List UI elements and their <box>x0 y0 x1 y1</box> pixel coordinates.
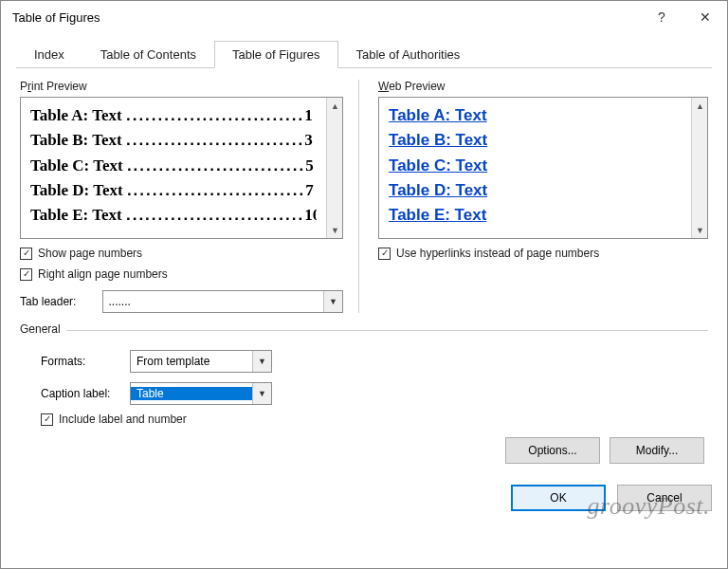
formats-label: Formats: <box>41 355 124 368</box>
print-preview-line: Table C: Text ..........................… <box>30 154 317 178</box>
print-preview-scrollbar[interactable]: ▲ ▼ <box>326 98 342 238</box>
chevron-down-icon: ▼ <box>252 383 271 404</box>
web-preview-line: Table E: Text <box>389 203 682 228</box>
scroll-up-icon[interactable]: ▲ <box>692 98 708 114</box>
print-preview-box: Table A: Text ..........................… <box>20 97 343 239</box>
scroll-down-icon[interactable]: ▼ <box>327 222 343 238</box>
tab-leader-dropdown[interactable]: ....... ▼ <box>102 290 344 313</box>
caption-label-label: Caption label: <box>41 387 124 400</box>
tab-table-of-contents[interactable]: Table of Contents <box>82 41 214 68</box>
general-group: General Formats: From template ▼ Caption… <box>20 330 708 468</box>
chevron-down-icon: ▼ <box>252 351 271 372</box>
caption-label-dropdown[interactable]: Table ▼ <box>130 382 272 405</box>
web-preview-link[interactable]: Table A: Text <box>389 106 487 124</box>
print-preview-label: Print Preview <box>20 80 343 93</box>
include-label-checkbox[interactable]: Include label and number <box>41 413 704 426</box>
web-preview-line: Table A: Text <box>389 103 682 128</box>
scroll-down-icon[interactable]: ▼ <box>692 222 708 238</box>
dialog-window: Table of Figures ? ✕ Index Table of Cont… <box>0 0 728 569</box>
show-page-numbers-checkbox[interactable]: Show page numbers <box>20 247 343 260</box>
dialog-title: Table of Figures <box>12 10 640 25</box>
tab-strip: Index Table of Contents Table of Figures… <box>16 41 712 68</box>
tab-index[interactable]: Index <box>16 41 82 68</box>
web-preview-link[interactable]: Table C: Text <box>389 156 487 174</box>
checkbox-icon <box>41 413 53 426</box>
dialog-footer: OK Cancel <box>1 471 727 524</box>
cancel-button[interactable]: Cancel <box>617 485 712 511</box>
tab-table-of-authorities[interactable]: Table of Authorities <box>338 41 479 68</box>
help-button[interactable]: ? <box>640 1 683 33</box>
chevron-down-icon: ▼ <box>323 291 342 312</box>
options-button[interactable]: Options... <box>505 437 600 464</box>
ok-button[interactable]: OK <box>511 485 606 511</box>
tab-leader-label: Tab leader: <box>20 295 97 308</box>
modify-button[interactable]: Modify... <box>610 437 704 464</box>
scroll-up-icon[interactable]: ▲ <box>327 98 343 114</box>
print-preview-line: Table E: Text ..........................… <box>30 203 317 228</box>
general-legend: General <box>20 322 66 336</box>
web-preview-line: Table C: Text <box>389 154 682 178</box>
print-preview-line: Table A: Text ..........................… <box>30 103 317 128</box>
checkbox-icon <box>20 248 32 260</box>
title-bar: Table of Figures ? ✕ <box>1 1 727 33</box>
web-preview-link[interactable]: Table B: Text <box>389 131 487 149</box>
checkbox-icon <box>378 248 391 260</box>
checkbox-icon <box>20 268 32 281</box>
web-preview-box: Table A: TextTable B: TextTable C: TextT… <box>378 97 708 239</box>
web-preview-label: Web Preview <box>378 80 708 93</box>
web-preview-scrollbar[interactable]: ▲ ▼ <box>691 98 707 238</box>
web-preview-link[interactable]: Table D: Text <box>389 181 487 199</box>
formats-dropdown[interactable]: From template ▼ <box>130 350 272 373</box>
close-button[interactable]: ✕ <box>683 1 727 33</box>
web-preview-line: Table B: Text <box>389 128 682 153</box>
right-align-checkbox[interactable]: Right align page numbers <box>20 267 343 281</box>
web-preview-link[interactable]: Table E: Text <box>389 206 486 224</box>
web-preview-line: Table D: Text <box>389 178 682 203</box>
print-preview-line: Table B: Text ..........................… <box>30 128 317 153</box>
tab-table-of-figures[interactable]: Table of Figures <box>214 41 338 68</box>
print-preview-line: Table D: Text ..........................… <box>30 178 317 203</box>
use-hyperlinks-checkbox[interactable]: Use hyperlinks instead of page numbers <box>378 247 708 260</box>
